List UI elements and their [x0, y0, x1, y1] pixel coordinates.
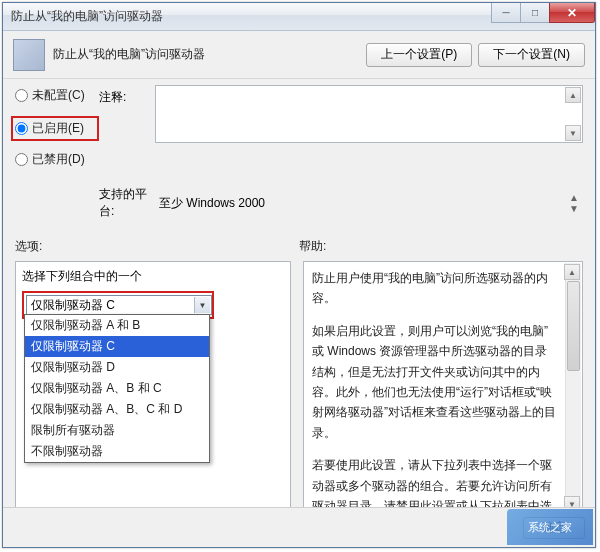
- window-buttons: ─ □ ✕: [492, 3, 595, 23]
- options-col-label: 选项:: [15, 238, 299, 255]
- scroll-up-icon[interactable]: ▲: [564, 264, 580, 280]
- scroll-up-icon[interactable]: ▲: [565, 87, 581, 103]
- minimize-button[interactable]: ─: [491, 3, 521, 23]
- radio-not-configured[interactable]: 未配置(C): [15, 87, 99, 104]
- options-panel: 选择下列组合中的一个 仅限制驱动器 C ▼ 仅限制驱动器 A 和 B 仅限制驱动…: [15, 261, 291, 515]
- close-button[interactable]: ✕: [549, 3, 595, 23]
- help-scrollbar[interactable]: ▲ ▼: [565, 263, 581, 513]
- combo-dropdown-list[interactable]: 仅限制驱动器 A 和 B 仅限制驱动器 C 仅限制驱动器 D 仅限制驱动器 A、…: [24, 314, 210, 463]
- list-item[interactable]: 仅限制驱动器 A、B、C 和 D: [25, 399, 209, 420]
- config-area: 未配置(C) 已启用(E) 已禁用(D) 注释: ▲ ▼: [3, 79, 595, 224]
- list-item[interactable]: 不限制驱动器: [25, 441, 209, 462]
- scroll-down-icon[interactable]: ▼: [565, 125, 581, 141]
- comment-textarea[interactable]: ▲ ▼: [155, 85, 583, 143]
- list-item[interactable]: 仅限制驱动器 D: [25, 357, 209, 378]
- radio-not-configured-label: 未配置(C): [32, 87, 85, 104]
- help-p1: 防止用户使用“我的电脑”访问所选驱动器的内容。: [312, 268, 556, 309]
- chevron-down-icon[interactable]: ▲▼: [565, 192, 583, 214]
- prev-setting-button[interactable]: 上一个设置(P): [366, 43, 472, 67]
- help-text: 防止用户使用“我的电脑”访问所选驱动器的内容。 如果启用此设置，则用户可以浏览“…: [312, 268, 574, 515]
- header-row: 防止从“我的电脑”访问驱动器 上一个设置(P) 下一个设置(N): [3, 31, 595, 79]
- drive-combo[interactable]: 仅限制驱动器 C ▼: [26, 295, 212, 315]
- maximize-button[interactable]: □: [520, 3, 550, 23]
- help-col-label: 帮助:: [299, 238, 583, 255]
- radio-enabled-input[interactable]: [15, 122, 28, 135]
- radio-disabled[interactable]: 已禁用(D): [15, 151, 99, 168]
- radio-group: 未配置(C) 已启用(E) 已禁用(D): [15, 85, 99, 180]
- scroll-thumb[interactable]: [567, 281, 580, 371]
- panels: 选择下列组合中的一个 仅限制驱动器 C ▼ 仅限制驱动器 A 和 B 仅限制驱动…: [3, 261, 595, 515]
- radio-enabled[interactable]: 已启用(E): [15, 120, 93, 137]
- dialog-window: 防止从“我的电脑”访问驱动器 ─ □ ✕ 防止从“我的电脑”访问驱动器 上一个设…: [2, 2, 596, 548]
- combo-value: 仅限制驱动器 C: [31, 297, 115, 314]
- next-setting-button[interactable]: 下一个设置(N): [478, 43, 585, 67]
- list-item[interactable]: 仅限制驱动器 C: [25, 336, 209, 357]
- header-title: 防止从“我的电脑”访问驱动器: [53, 46, 360, 63]
- combo-label: 选择下列组合中的一个: [22, 268, 284, 285]
- titlebar[interactable]: 防止从“我的电脑”访问驱动器 ─ □ ✕: [3, 3, 595, 31]
- help-p2: 如果启用此设置，则用户可以浏览“我的电脑”或 Windows 资源管理器中所选驱…: [312, 321, 556, 443]
- radio-disabled-label: 已禁用(D): [32, 151, 85, 168]
- platform-value: 至少 Windows 2000: [155, 195, 565, 212]
- combo-dropdown-icon[interactable]: ▼: [194, 297, 210, 313]
- radio-not-configured-input[interactable]: [15, 89, 28, 102]
- list-item[interactable]: 仅限制驱动器 A 和 B: [25, 315, 209, 336]
- dialog-footer: 确定 系统之家: [3, 507, 595, 547]
- watermark-logo: 系统之家: [507, 509, 593, 545]
- list-item[interactable]: 限制所有驱动器: [25, 420, 209, 441]
- policy-icon: [13, 39, 45, 71]
- radio-enabled-label: 已启用(E): [32, 120, 84, 137]
- columns-header: 选项: 帮助:: [3, 224, 595, 261]
- comment-label: 注释:: [99, 85, 155, 106]
- list-item[interactable]: 仅限制驱动器 A、B 和 C: [25, 378, 209, 399]
- radio-disabled-input[interactable]: [15, 153, 28, 166]
- help-panel: 防止用户使用“我的电脑”访问所选驱动器的内容。 如果启用此设置，则用户可以浏览“…: [303, 261, 583, 515]
- platform-label: 支持的平台:: [99, 186, 155, 220]
